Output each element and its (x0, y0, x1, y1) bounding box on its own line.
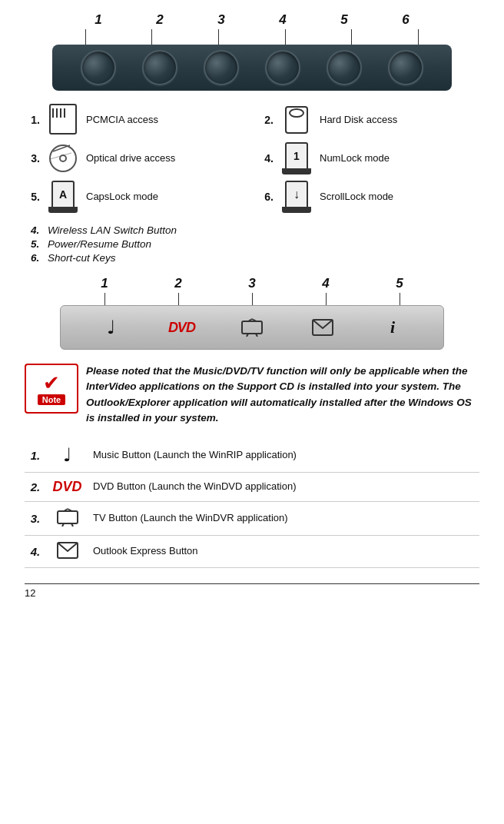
indicators-left: 1. PCMCIA access 3. (25, 105, 246, 212)
shortcut-num-3: 3. (25, 502, 46, 536)
indicator-num-3: 3. (25, 152, 40, 164)
numlock-icon: 1 (281, 143, 312, 174)
bullet-num-4: 4. (31, 224, 43, 236)
panel-button-4 (265, 50, 300, 85)
panel2-num-2: 2 (148, 276, 209, 291)
connector-5 (351, 29, 352, 45)
panel1-container: 1 2 3 4 5 6 (25, 12, 479, 91)
indicator-text-1: PCMCIA access (86, 114, 158, 127)
panel1-num-6: 6 (383, 12, 429, 28)
note-checkmark: ✔ (43, 373, 60, 393)
panel2-icon-info: i (370, 317, 416, 337)
svg-rect-9 (286, 107, 307, 133)
indicators-right: 2. Hard Disk access 4. 1 NumLock mode 6 (258, 105, 479, 212)
capslock-icon: A (48, 181, 78, 212)
panel2-connector-lines (60, 293, 444, 305)
shortcut-num-4: 4. (25, 536, 46, 568)
shortcut-icon-mail (46, 536, 88, 568)
bullet-num-5: 5. (31, 238, 43, 250)
note-icon: ✔ Note (25, 364, 78, 414)
indicator-text-5: CapsLock mode (86, 191, 158, 204)
table-row: 2. DVD DVD Button (Launch the WinDVD app… (25, 473, 479, 502)
panel2-numbers: 1 2 3 4 5 (60, 276, 444, 291)
table-row: 4. Outlook Express Button (25, 536, 479, 568)
connector-6 (418, 29, 419, 45)
panel-button-6 (388, 50, 423, 85)
shortcut-desc-3: TV Button (Launch the WinDVR application… (88, 502, 479, 536)
svg-rect-11 (242, 321, 262, 334)
optical-drive-icon (48, 143, 78, 174)
shortcut-desc-1: Music Button (Launch the WinRIP applicat… (88, 438, 479, 473)
scrolllock-icon: ↓ (281, 181, 312, 212)
shortcut-num-1: 1. (25, 438, 46, 473)
indicator-text-6: ScrollLock mode (320, 191, 393, 204)
p2-connector-3 (252, 293, 253, 305)
panel2-container: 1 2 3 4 5 ♩ DVD (25, 276, 479, 350)
table-row: 3. TV Button (Launch the WinDVR applicat… (25, 502, 479, 536)
indicator-row-2: 2. Hard Disk access (258, 105, 479, 135)
p2-connector-4 (326, 293, 327, 305)
panel1-num-1: 1 (75, 12, 121, 28)
svg-rect-17 (58, 511, 78, 523)
connector-4 (285, 29, 286, 45)
p2-connector-2 (178, 293, 179, 305)
indicator-num-2: 2. (258, 114, 274, 126)
pcmcia-icon (48, 105, 78, 135)
page-number: 12 (25, 583, 479, 599)
panel1-numbers: 1 2 3 4 5 6 (52, 12, 452, 28)
panel-button-3 (204, 50, 239, 85)
panel2-icon-mail (300, 319, 346, 336)
note-label: Note (38, 394, 65, 405)
bullet-list: 4. Wireless LAN Switch Button 5. Power/R… (25, 224, 479, 264)
bullet-text-4: Wireless LAN Switch Button (48, 224, 177, 236)
shortcut-icon-music: ♩ (46, 438, 88, 473)
panel1-connector-lines (52, 29, 452, 45)
bullet-item-6: 6. Short-cut Keys (31, 252, 479, 264)
shortcut-desc-4: Outlook Express Button (88, 536, 479, 568)
bullet-text-6: Short-cut Keys (48, 252, 116, 264)
panel1-num-4: 4 (260, 12, 306, 28)
shortcut-num-2: 2. (25, 473, 46, 502)
indicator-num-5: 5. (25, 191, 40, 203)
panel1-num-2: 2 (137, 12, 183, 28)
indicator-text-3: Optical drive access (86, 152, 175, 165)
panel2-bar: ♩ DVD i (60, 305, 444, 350)
svg-point-10 (290, 109, 303, 117)
panel2-num-1: 1 (74, 276, 135, 291)
panel2-icon-dvd: DVD (158, 320, 204, 336)
panel-button-2 (142, 50, 177, 85)
note-box: ✔ Note Please noted that the Music/DVD/T… (25, 364, 479, 426)
indicator-row-1: 1. PCMCIA access (25, 105, 246, 135)
dvd-button-icon: DVD (52, 479, 81, 494)
svg-rect-0 (50, 105, 76, 134)
shortcut-icon-tv (46, 502, 88, 536)
shortcut-desc-2: DVD Button (Launch the WinDVD applicatio… (88, 473, 479, 502)
indicator-row-4: 4. 1 NumLock mode (258, 143, 479, 174)
dvd-logo: DVD (168, 320, 195, 336)
indicator-num-4: 4. (258, 152, 274, 164)
indicator-row-5: 5. A CapsLock mode (25, 181, 246, 212)
panel1-num-5: 5 (321, 12, 367, 28)
panel1-bar (52, 45, 452, 91)
p2-connector-1 (104, 293, 105, 305)
indicator-num-1: 1. (25, 114, 40, 126)
panel-button-1 (81, 50, 116, 85)
shortcut-icon-dvd: DVD (46, 473, 88, 502)
indicator-num-6: 6. (258, 191, 274, 203)
table-row: 1. ♩ Music Button (Launch the WinRIP app… (25, 438, 479, 473)
panel2-icon-tv (229, 318, 275, 337)
bullet-text-5: Power/Resume Button (48, 238, 151, 250)
p2-connector-5 (400, 293, 400, 305)
indicator-row-3: 3. Optical drive access (25, 143, 246, 174)
hdd-icon (281, 105, 312, 135)
bullet-item-5: 5. Power/Resume Button (31, 238, 479, 250)
bullet-num-6: 6. (31, 252, 43, 264)
bullet-item-4: 4. Wireless LAN Switch Button (31, 224, 479, 236)
indicator-text-4: NumLock mode (320, 152, 390, 165)
panel2-num-4: 4 (295, 276, 356, 291)
panel-button-5 (327, 50, 362, 85)
indicator-text-2: Hard Disk access (320, 114, 397, 127)
connector-1 (85, 29, 86, 45)
shortcut-table: 1. ♩ Music Button (Launch the WinRIP app… (25, 438, 479, 568)
indicator-row-6: 6. ↓ ScrollLock mode (258, 181, 479, 212)
